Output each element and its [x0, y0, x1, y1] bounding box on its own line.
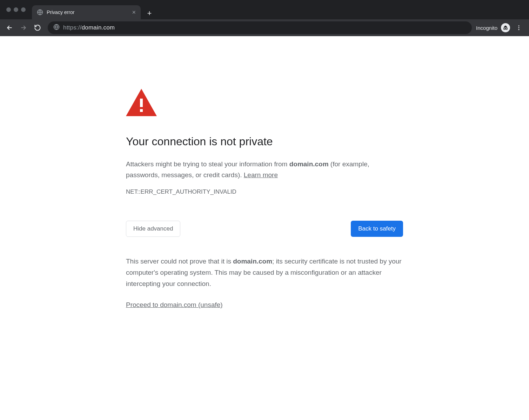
svg-point-6: [518, 29, 520, 30]
warning-paragraph: Attackers might be trying to steal your …: [126, 159, 403, 181]
proceed-unsafe-link[interactable]: Proceed to domain.com (unsafe): [126, 301, 223, 309]
kebab-menu-icon[interactable]: [514, 22, 524, 33]
url-scheme: https://: [63, 24, 82, 31]
toolbar-right: Incognito: [476, 22, 526, 33]
tab-strip: Privacy error × +: [0, 0, 529, 19]
close-icon[interactable]: ×: [132, 9, 136, 15]
page-content: Your connection is not private Attackers…: [0, 36, 529, 337]
advanced-paragraph: This server could not prove that it is d…: [126, 256, 403, 290]
svg-point-3: [506, 28, 508, 30]
page-heading: Your connection is not private: [126, 135, 403, 148]
svg-point-4: [518, 25, 520, 26]
reload-button[interactable]: [32, 22, 43, 34]
back-to-safety-button[interactable]: Back to safety: [351, 221, 403, 237]
url-host: domain.com: [82, 24, 115, 31]
warning-domain: domain.com: [289, 160, 329, 168]
error-code: NET::ERR_CERT_AUTHORITY_INVALID: [126, 188, 403, 195]
window-maximize-dot[interactable]: [21, 7, 26, 12]
window-close-dot[interactable]: [6, 7, 11, 12]
globe-icon: [37, 9, 43, 15]
browser-tab[interactable]: Privacy error ×: [32, 5, 141, 19]
warning-text-prefix: Attackers might be trying to steal your …: [126, 160, 289, 168]
svg-rect-9: [140, 109, 143, 112]
advanced-domain: domain.com: [233, 258, 272, 265]
svg-point-5: [518, 27, 520, 28]
browser-chrome: Privacy error × + https://domain.com Inc…: [0, 0, 529, 36]
svg-rect-8: [140, 99, 143, 107]
new-tab-button[interactable]: +: [143, 7, 155, 19]
back-button[interactable]: [4, 22, 15, 34]
advanced-text-prefix: This server could not prove that it is: [126, 258, 233, 265]
tab-title: Privacy error: [47, 9, 128, 15]
warning-triangle-icon: [126, 89, 403, 118]
button-row: Hide advanced Back to safety: [126, 221, 403, 237]
address-bar[interactable]: https://domain.com: [48, 21, 472, 34]
site-info-icon[interactable]: [53, 24, 60, 32]
incognito-label: Incognito: [476, 25, 497, 31]
toolbar: https://domain.com Incognito: [0, 19, 529, 36]
interstitial-container: Your connection is not private Attackers…: [126, 89, 403, 309]
forward-button[interactable]: [18, 22, 29, 34]
learn-more-link[interactable]: Learn more: [244, 171, 278, 179]
url-text: https://domain.com: [63, 24, 115, 31]
incognito-icon[interactable]: [501, 23, 510, 32]
window-minimize-dot[interactable]: [14, 7, 18, 12]
window-controls: [3, 0, 30, 19]
hide-advanced-button[interactable]: Hide advanced: [126, 221, 180, 237]
svg-point-2: [504, 28, 505, 30]
